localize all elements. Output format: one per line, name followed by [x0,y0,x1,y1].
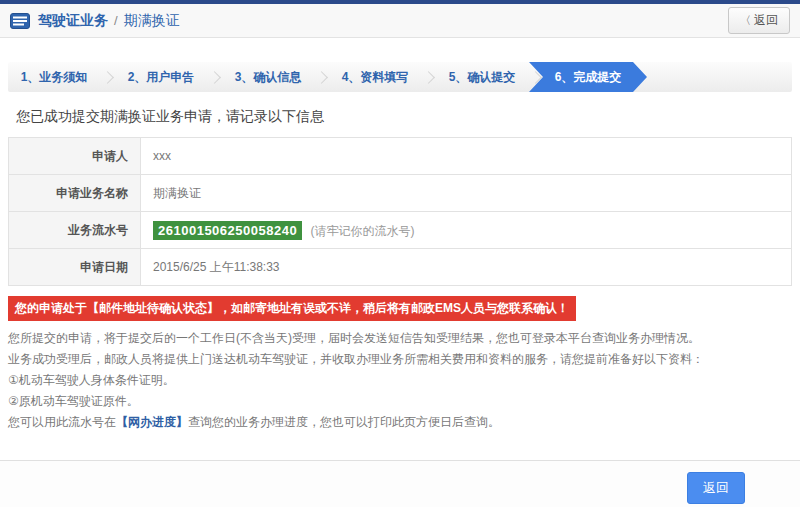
chevron-right-separator [315,71,328,84]
serial-number-badge: 261001506250058240 [153,221,302,240]
step-item-2: 2、用户申告 [115,62,207,92]
chevron-right-separator [208,71,221,84]
back-button-top[interactable]: 〈 返回 [728,7,790,34]
license-card-icon [10,13,30,29]
table-row: 申请业务名称 期满换证 [9,175,792,212]
notice-paragraph-1: 您所提交的申请，将于提交后的一个工作日(不含当天)受理，届时会发送短信告知受理结… [8,328,792,349]
progress-note: 您可以用此流水号在【网办进度】查询您的业务办理进度，您也可以打印此页方便日后查询… [8,412,792,433]
chevron-left-icon: 〈 [740,13,751,28]
row-value: 2015/6/25 上午11:38:33 [141,249,792,286]
serial-note: (请牢记你的流水号) [310,224,414,238]
footer-bar: 返回 [0,460,800,507]
progress-link: 【网办进度】 [116,415,188,429]
step-item-6-active: 6、完成提交 [529,62,647,92]
table-row: 申请日期 2015/6/25 上午11:38:33 [9,249,792,286]
breadcrumb-section: 驾驶证业务 [38,12,108,30]
wizard-steps-bar: 1、业务须知 2、用户申告 3、确认信息 4、资料填写 5、确认提交 6、完成提… [8,62,792,92]
notice-item-1: ①机动车驾驶人身体条件证明。 [8,370,792,391]
breadcrumb-page: 期满换证 [124,12,180,30]
progress-note-suffix: 查询您的业务办理进度，您也可以打印此页方便日后查询。 [188,415,500,429]
step-item-4: 4、资料填写 [329,62,421,92]
warning-banner: 您的申请处于【邮件地址待确认状态】，如邮寄地址有误或不详，稍后将有邮政EMS人员… [8,296,576,321]
page-header: 驾驶证业务 / 期满换证 〈 返回 [0,4,800,38]
step-item-5: 5、确认提交 [436,62,528,92]
return-button[interactable]: 返回 [687,472,745,504]
row-value: 期满换证 [141,175,792,212]
chevron-right-separator [101,71,114,84]
chevron-right-separator [422,71,435,84]
row-label: 申请人 [9,138,141,175]
row-label: 申请业务名称 [9,175,141,212]
row-value: xxx [141,138,792,175]
table-row: 业务流水号 261001506250058240 (请牢记你的流水号) [9,212,792,249]
row-label: 申请日期 [9,249,141,286]
notice-paragraph-2: 业务成功受理后，邮政人员将提供上门送达机动车驾驶证，并收取办理业务所需相关费用和… [8,349,792,370]
row-value: 261001506250058240 (请牢记你的流水号) [141,212,792,249]
breadcrumb-separator: / [114,13,118,28]
step-item-1: 1、业务须知 [8,62,100,92]
step-item-3: 3、确认信息 [222,62,314,92]
result-info-table: 申请人 xxx 申请业务名称 期满换证 业务流水号 26100150625005… [8,137,792,286]
notice-item-2: ②原机动车驾驶证原件。 [8,391,792,412]
back-button-label: 返回 [754,12,778,29]
progress-note-prefix: 您可以用此流水号在 [8,415,116,429]
notice-block: 您所提交的申请，将于提交后的一个工作日(不含当天)受理，届时会发送短信告知受理结… [8,328,792,433]
row-label: 业务流水号 [9,212,141,249]
result-title: 您已成功提交期满换证业务申请，请记录以下信息 [16,108,800,126]
table-row: 申请人 xxx [9,138,792,175]
